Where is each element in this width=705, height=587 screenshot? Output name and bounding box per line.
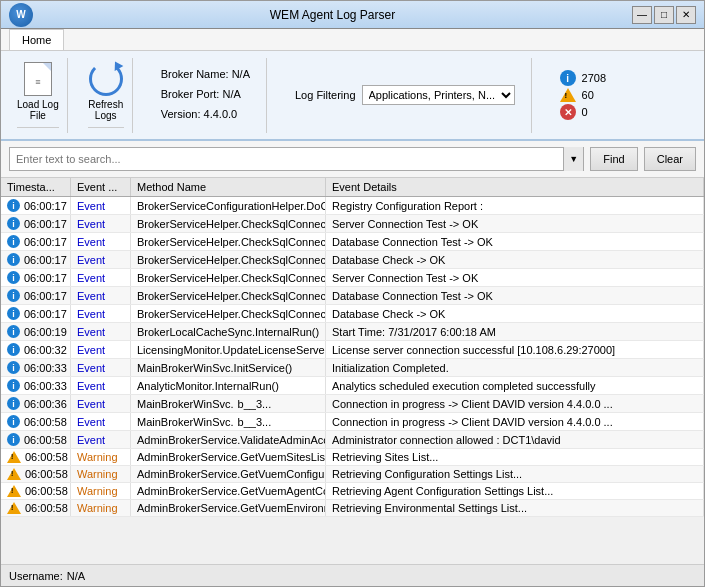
table-container: Timestа... Event ... Method Name Event D… <box>1 178 704 564</box>
cell-method: AdminBrokerService.GetVuemConfigurationS… <box>131 466 326 482</box>
table-row[interactable]: i06:00:17 Event BrokerServiceHelper.Chec… <box>1 215 704 233</box>
cell-method: BrokerServiceConfigurationHelper.DoCfgRe… <box>131 197 326 214</box>
cell-time: !06:00:58 <box>1 466 71 482</box>
cell-method: AdminBrokerService.GetVuemEnvironmentalS… <box>131 500 326 516</box>
table-row[interactable]: i06:00:33 Event MainBrokerWinSvc.InitSer… <box>1 359 704 377</box>
table-row[interactable]: i06:00:33 Event AnalyticMonitor.Internal… <box>1 377 704 395</box>
cell-details: Start Time: 7/31/2017 6:00:18 AM <box>326 323 704 340</box>
error-stat-icon: ✕ <box>560 104 576 120</box>
col-method: Method Name <box>131 178 326 196</box>
table-row[interactable]: i06:00:58 Event MainBrokerWinSvc.b__3...… <box>1 413 704 431</box>
search-bar: ▼ Find Clear <box>1 141 704 178</box>
cell-time: i06:00:58 <box>1 431 71 448</box>
close-button[interactable]: ✕ <box>676 6 696 24</box>
table-row[interactable]: !06:00:58 Warning AdminBrokerService.Get… <box>1 466 704 483</box>
row-info-icon: i <box>7 199 20 212</box>
cell-event: Warning <box>71 483 131 499</box>
maximize-button[interactable]: □ <box>654 6 674 24</box>
cell-time: i06:00:17 <box>1 215 71 232</box>
app-logo: W <box>9 3 33 27</box>
table-row[interactable]: i06:00:32 Event LicensingMonitor.UpdateL… <box>1 341 704 359</box>
table-header: Timestа... Event ... Method Name Event D… <box>1 178 704 197</box>
broker-name-row: Broker Name: N/A <box>161 65 250 85</box>
filter-row: Log Filtering Applications, Printers, N.… <box>295 85 515 105</box>
search-input-wrapper: ▼ <box>9 147 584 171</box>
cell-time: i06:00:17 <box>1 287 71 304</box>
cell-time: i06:00:32 <box>1 341 71 358</box>
broker-name-label: Broker Name: <box>161 68 229 80</box>
table-body: i06:00:17 Event BrokerServiceConfigurati… <box>1 197 704 564</box>
table-row[interactable]: i06:00:17 Event BrokerServiceHelper.Chec… <box>1 305 704 323</box>
refresh-logs-group: RefreshLogs <box>80 58 133 133</box>
cell-event: Event <box>71 413 131 430</box>
cell-details: Retrieving Agent Configuration Settings … <box>326 483 704 499</box>
cell-event: Event <box>71 305 131 322</box>
status-bar: Username: N/A <box>1 564 704 586</box>
document-icon: ≡ <box>24 62 52 96</box>
cell-time: i06:00:36 <box>1 395 71 412</box>
table-row[interactable]: !06:00:58 Warning AdminBrokerService.Get… <box>1 449 704 466</box>
cell-method: BrokerServiceHelper.CheckSqlConnection() <box>131 305 326 322</box>
table-row[interactable]: i06:00:17 Event BrokerServiceConfigurati… <box>1 197 704 215</box>
col-timestamp: Timestа... <box>1 178 71 196</box>
table-row[interactable]: !06:00:58 Warning AdminBrokerService.Get… <box>1 483 704 500</box>
main-window: W WEM Agent Log Parser — □ ✕ Home ≡ Load… <box>0 0 705 587</box>
table-row[interactable]: !06:00:58 Warning AdminBrokerService.Get… <box>1 500 704 517</box>
cell-details: Registry Configuration Report : <box>326 197 704 214</box>
cell-details: License server connection successful [10… <box>326 341 704 358</box>
search-dropdown-button[interactable]: ▼ <box>563 147 583 171</box>
cell-time: !06:00:58 <box>1 449 71 465</box>
table-row[interactable]: i06:00:17 Event BrokerServiceHelper.Chec… <box>1 287 704 305</box>
find-button[interactable]: Find <box>590 147 637 171</box>
tab-home[interactable]: Home <box>9 29 64 50</box>
stats-section: i 2708 ! 60 ✕ 0 <box>552 66 614 124</box>
cell-event: Event <box>71 287 131 304</box>
cell-details: Database Connection Test -> OK <box>326 287 704 304</box>
cell-time: !06:00:58 <box>1 500 71 516</box>
cell-details: Database Check -> OK <box>326 251 704 268</box>
cell-method: MainBrokerWinSvc.b__3... <box>131 413 326 430</box>
cell-event: Event <box>71 395 131 412</box>
cell-method: AnalyticMonitor.InternalRun() <box>131 377 326 394</box>
cell-method: AdminBrokerService.ValidateAdminAccess() <box>131 431 326 448</box>
cell-event: Event <box>71 215 131 232</box>
search-input[interactable] <box>10 151 563 167</box>
row-warn-icon: ! <box>7 502 21 514</box>
refresh-logs-group-label <box>88 127 124 130</box>
title-bar: W WEM Agent Log Parser — □ ✕ <box>1 1 704 29</box>
row-info-icon: i <box>7 253 20 266</box>
cell-details: Retrieving Environmental Settings List..… <box>326 500 704 516</box>
cell-event: Event <box>71 233 131 250</box>
table-row[interactable]: i06:00:58 Event AdminBrokerService.Valid… <box>1 431 704 449</box>
refresh-logs-button[interactable]: RefreshLogs <box>88 61 124 121</box>
cell-method: BrokerLocalCacheSync.InternalRun() <box>131 323 326 340</box>
cell-method: LicensingMonitor.UpdateLicenseServerConn… <box>131 341 326 358</box>
table-row[interactable]: i06:00:17 Event BrokerServiceHelper.Chec… <box>1 233 704 251</box>
minimize-button[interactable]: — <box>632 6 652 24</box>
filter-group: Log Filtering Applications, Printers, N.… <box>279 58 532 133</box>
cell-event: Warning <box>71 466 131 482</box>
load-log-group: ≡ Load LogFile <box>9 58 68 133</box>
table-row[interactable]: i06:00:19 Event BrokerLocalCacheSync.Int… <box>1 323 704 341</box>
row-warn-icon: ! <box>7 468 21 480</box>
broker-info: Broker Name: N/A Broker Port: N/A Versio… <box>153 61 258 128</box>
load-log-icon: ≡ <box>20 61 56 97</box>
cell-details: Administrator connection allowed : DCT1\… <box>326 431 704 448</box>
row-info-icon: i <box>7 271 20 284</box>
col-event: Event ... <box>71 178 131 196</box>
cell-method: BrokerServiceHelper.CheckSqlConnection() <box>131 287 326 304</box>
filter-select[interactable]: Applications, Printers, N... All <box>362 85 515 105</box>
cell-time: i06:00:17 <box>1 197 71 214</box>
cell-details: Retrieving Sites List... <box>326 449 704 465</box>
version-label: Version: <box>161 108 201 120</box>
table-row[interactable]: i06:00:36 Event MainBrokerWinSvc.b__3...… <box>1 395 704 413</box>
clear-button[interactable]: Clear <box>644 147 696 171</box>
cell-time: i06:00:17 <box>1 251 71 268</box>
broker-info-group: Broker Name: N/A Broker Port: N/A Versio… <box>145 58 267 133</box>
info-stat-row: i 2708 <box>560 70 606 86</box>
table-row[interactable]: i06:00:17 Event BrokerServiceHelper.Chec… <box>1 251 704 269</box>
table-row[interactable]: i06:00:17 Event BrokerServiceHelper.Chec… <box>1 269 704 287</box>
info-count: 2708 <box>582 72 606 84</box>
warn-stat-row: ! 60 <box>560 88 606 102</box>
load-log-button[interactable]: ≡ Load LogFile <box>17 61 59 121</box>
